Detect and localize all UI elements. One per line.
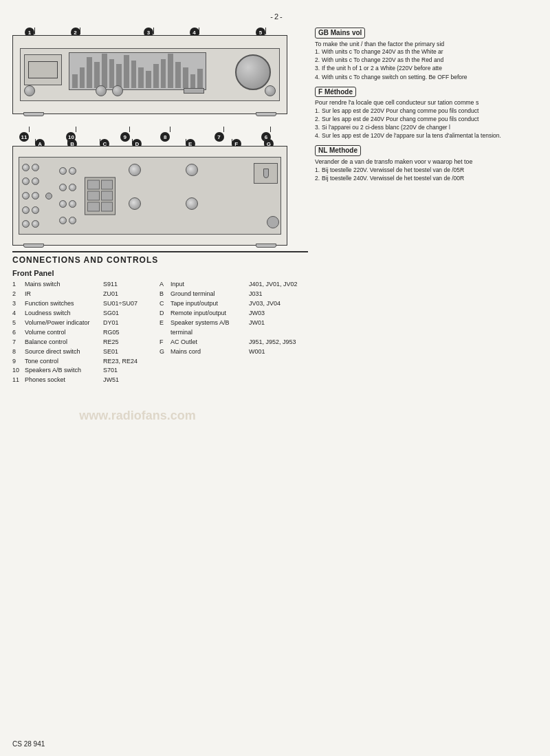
rear-panel-diagram [12,146,287,246]
item-name: Volume/Power indicator [25,318,100,328]
front-panel-items: 1Mains switchS9112IRZU013Function switch… [12,280,150,385]
tape-jack [69,200,76,208]
item-text: Bij toestelle 220V. Verwissel de het toe… [322,166,464,174]
rca-jack [32,177,39,185]
item-text: With units c To change 220V as th the Re… [322,56,443,64]
rp-inner [19,157,281,235]
cc-subtitle: Front Panel [12,269,308,277]
item-num: 3. [315,65,320,72]
fp-inner [20,48,280,101]
item-text: If the unit h of 1 or 2 a White (220V be… [322,65,442,72]
rca-jack [32,206,39,214]
item-text: Bij toestelle 240V. Verwissel de het toe… [322,175,464,182]
watermark: www.radiofans.com [79,409,195,423]
item-num: 2. [315,175,320,182]
front-panel-item: 2IRZU01 [12,290,150,299]
fp-phones-socket[interactable] [24,85,35,96]
right-section: GB Mains vol To make the unit / than the… [315,28,542,385]
item-num: 3. [315,124,320,131]
two-col-layout: 1Mains switchS9112IRZU013Function switch… [12,280,308,385]
list-item: 2.Sur les app est de 240V Pour chang com… [315,116,542,123]
fp-knob-3[interactable] [265,85,276,96]
gb-header: GB Mains vol [315,28,365,39]
fp-knob-1[interactable] [96,85,107,96]
f-block: F Méthode Pour rendre l'a locale que cel… [315,87,542,140]
item-code: ZU01 [103,290,144,299]
fp-knob-2[interactable] [112,85,123,96]
item-num: 8 [12,347,22,357]
rca-jack [22,220,30,228]
item-name: AC Outlet [170,338,246,347]
list-item: 4.Sur les app est de 120V de l'appare su… [315,132,542,140]
item-text: Si l'apparei ou 2 ci-dess blanc (220V de… [322,124,450,131]
page-number: -2- [12,12,542,21]
rear-panel-item: CTape input/outputJV03, JV04 [160,299,308,309]
front-panel-item: 10Speakers A/B switchS701 [12,366,150,376]
rca-jack [32,164,39,171]
item-name: Volume control [25,328,100,338]
ac-outlet [254,163,278,184]
item-num: 11 [12,376,22,385]
tape-jack [59,184,67,191]
rear-panel-item: BGround terminalJ031 [160,290,308,299]
item-letter: C [160,299,168,309]
list-item: 4.With units c To change switch on setti… [315,74,542,81]
item-name: Source direct switch [25,347,100,357]
item-code: S911 [103,280,144,290]
ground-terminal [45,193,52,199]
rca-row-2 [22,177,39,185]
gb-intro: To make the unit / than the factor the p… [315,41,542,49]
rca-jack [32,192,39,199]
item-text: Sur les app est de 240V Pour chang comme… [322,116,478,123]
tape-jack [59,217,67,224]
rca-row-5 [22,220,39,228]
fp-eq-bars [69,52,206,90]
list-item: 2.Bij toestelle 240V. Verwissel de het t… [315,175,542,182]
item-code: J951, J952, J953 [249,338,304,347]
item-code: RE25 [103,338,144,347]
fp-slider[interactable] [184,88,204,94]
front-panel-item: 11Phones socketJW51 [12,376,150,385]
item-num: 1. [315,107,320,115]
front-panel-item: 5Volume/Power indicatorDY01 [12,318,150,328]
front-panel-item: 1Mains switchS911 [12,280,150,290]
item-code: W001 [249,347,304,357]
item-name: Tape input/output [170,299,246,309]
rear-panel-item: FAC OutletJ951, J952, J953 [160,338,308,347]
item-name: Speaker systems A/B terminal [170,318,246,338]
f-list: 1.Sur les app est de 220V Pour chang com… [315,107,542,140]
item-num: 6 [12,328,22,338]
item-name: Balance control [25,338,100,347]
main-content: 1 2 3 4 5 [12,28,542,385]
speaker-jack [129,164,141,176]
item-name: IR [25,290,100,299]
tape-jack [59,200,67,208]
rear-panel-item: ESpeaker systems A/B terminalJW01 [160,318,308,338]
item-num: 10 [12,366,22,376]
f-intro: Pour rendre l'a locale que cell conducte… [315,99,542,107]
nl-block: NL Methode Verander de a van de transfo … [315,145,542,182]
list-item: 1.With units c To change 240V as th the … [315,48,542,56]
remote-terminal [85,177,116,215]
front-panel-diagram [12,35,287,114]
item-code: JV03, JV04 [249,299,304,309]
tape-jack [59,167,67,175]
rca-jack [22,192,30,199]
item-code: JW01 [249,318,304,338]
rear-panel-diagram-container: A B C D E [12,139,308,246]
item-code: J401, JV01, JV02 [249,280,304,290]
connections-and-controls: CONNECTIONS AND CONTROLS Front Panel 1Ma… [12,251,308,385]
item-num: 1 [12,280,22,290]
item-name: Input [170,280,246,290]
item-num: 1. [315,166,320,174]
tape-jack [69,184,76,191]
rca-jack [32,220,39,228]
item-code: DY01 [103,318,144,328]
item-code: J031 [249,290,304,299]
item-letter: E [160,318,168,338]
item-num: 1. [315,48,320,56]
rear-panel-items: AInputJ401, JV01, JV02BGround terminalJ0… [160,280,308,385]
fp-left-box [24,54,62,85]
front-panel-diagram-container: 1 2 3 4 5 [12,28,308,132]
rca-jack [22,206,30,214]
